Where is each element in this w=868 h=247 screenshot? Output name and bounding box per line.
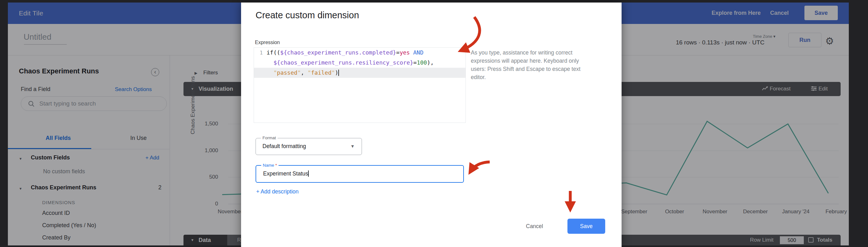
cancel-button-modal[interactable]: Cancel <box>526 223 543 230</box>
line-number: 1 <box>254 48 267 58</box>
expression-editor[interactable]: 1if((${chaos_experiment_runs.completed}=… <box>254 47 466 123</box>
name-field-label: Name * <box>261 163 279 168</box>
code-line[interactable]: "passed", "failed") <box>254 68 465 78</box>
name-input[interactable]: Name * Experiment Status <box>255 165 464 183</box>
save-button-modal[interactable]: Save <box>567 219 605 234</box>
add-description-link[interactable]: + Add description <box>256 188 299 195</box>
expression-label: Expression <box>255 40 280 45</box>
modal-title: Create custom dimension <box>255 10 359 21</box>
format-value: Default formatting <box>262 143 306 149</box>
text-cursor <box>308 170 309 177</box>
chevron-down-icon: ▼ <box>350 144 355 149</box>
create-custom-dimension-modal: Create custom dimension Expression 1if((… <box>241 2 622 247</box>
code-line[interactable]: ${chaos_experiment_runs.resiliency_score… <box>254 58 465 68</box>
format-dropdown[interactable]: Format Default formatting ▼ <box>255 138 362 155</box>
code-line[interactable]: 1if((${chaos_experiment_runs.completed}=… <box>254 48 465 58</box>
text-cursor <box>338 70 339 76</box>
format-field-label: Format <box>261 135 278 140</box>
expression-help-text: As you type, assistance for writing corr… <box>471 49 603 81</box>
name-value: Experiment Status <box>263 170 308 177</box>
